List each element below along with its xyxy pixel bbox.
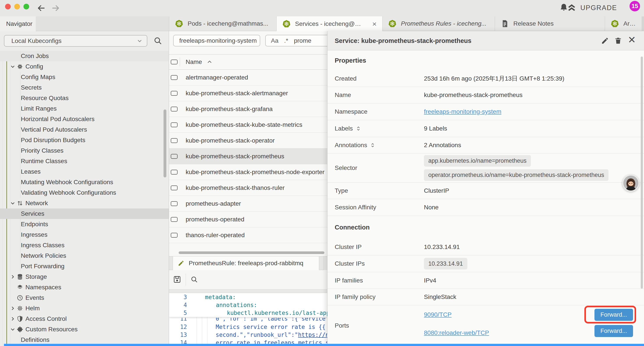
forward-button[interactable]: Forward...	[594, 325, 633, 337]
avatar[interactable]	[622, 175, 640, 192]
editor-tab-prometheusrule[interactable]: PrometheusRule: freeleaps-prod-rabbitmq	[173, 256, 319, 270]
upgrade-button[interactable]: UPGRADE	[567, 3, 617, 13]
sidebar-item-network-policies[interactable]: Network Policies	[0, 251, 169, 261]
table-row[interactable]: kube-prometheus-stack-alertmanager	[169, 85, 327, 101]
sidebar-item-events[interactable]: Events	[0, 293, 169, 303]
sidebar-item-cron-jobs[interactable]: Cron Jobs	[0, 51, 169, 61]
kubeconfig-dropdown[interactable]: Local Kubeconfigs	[4, 35, 147, 47]
tab-release-notes[interactable]: Release Notes	[495, 16, 605, 31]
sidebar-item-port-forwarding[interactable]: Port Forwarding	[0, 261, 169, 272]
tab-prometheus-rules-icecheng[interactable]: Prometheus Rules - icecheng...	[382, 16, 495, 31]
row-checkbox[interactable]	[171, 122, 178, 127]
sidebar-item-horizontal-pod-autoscalers[interactable]: Horizontal Pod Autoscalers	[0, 114, 169, 124]
close-icon[interactable]: ✕	[628, 36, 636, 44]
window-zoom-button[interactable]	[24, 4, 29, 9]
table-row[interactable]: prometheus-adapter	[169, 196, 327, 212]
sidebar-scrollbar[interactable]	[164, 109, 166, 177]
sidebar-item-leases[interactable]: Leases	[0, 166, 169, 177]
sidebar-item-network[interactable]: Network	[0, 198, 169, 209]
table-row[interactable]: kube-prometheus-stack-prometheus-node-ex…	[169, 164, 327, 180]
sidebar-item-config[interactable]: Config	[0, 61, 169, 72]
name-column-header[interactable]: Name	[186, 58, 202, 65]
code-link[interactable]: https://net	[298, 332, 327, 338]
sidebar-item-resource-quotas[interactable]: Resource Quotas	[0, 93, 169, 103]
tab-services-icecheng-math[interactable]: Services - icecheng@math...×	[276, 16, 382, 31]
sidebar-item-ingresses[interactable]: Ingresses	[0, 230, 169, 240]
service-search-input[interactable]: Aa .* prome	[265, 35, 327, 46]
table-row[interactable]: thanos-ruler-operated	[169, 227, 327, 243]
row-checkbox[interactable]	[171, 138, 178, 143]
tree-indent-guide	[20, 166, 20, 177]
value-chip[interactable]: operator.prometheus.io/name=kube-prometh…	[424, 169, 608, 181]
port-link[interactable]: 9090/TCP	[424, 311, 452, 318]
tab-pods-icecheng-mathmas[interactable]: Pods - icecheng@mathmas...	[169, 16, 276, 31]
sidebar-item-namespaces[interactable]: Namespaces	[0, 282, 169, 293]
row-checkbox[interactable]	[171, 170, 178, 175]
row-checkbox[interactable]	[171, 107, 178, 111]
value-chip[interactable]: 10.233.14.91	[424, 258, 467, 270]
sidebar-item-config-maps[interactable]: Config Maps	[0, 72, 169, 82]
regex-toggle[interactable]: .*	[284, 37, 288, 44]
row-checkbox[interactable]	[171, 75, 178, 80]
row-checkbox[interactable]	[171, 91, 178, 96]
sidebar-item-services[interactable]: Services	[0, 209, 169, 219]
sidebar-item-helm[interactable]: Helm	[0, 303, 169, 314]
value-chip[interactable]: app.kubernetes.io/name=prometheus	[424, 155, 531, 167]
port-link[interactable]: 8080:reloader-web/TCP	[424, 329, 489, 336]
yaml-editor[interactable]: 110","for":"1m","labels":{"service":"12M…	[169, 293, 327, 346]
detail-scrollbar[interactable]	[641, 56, 643, 289]
sort-ascending-icon[interactable]	[207, 59, 212, 65]
tab-navigator[interactable]: Navigator	[0, 16, 36, 31]
select-all-checkbox[interactable]	[171, 59, 178, 64]
namespace-filter-dropdown[interactable]: freeleaps-monitoring-system	[173, 35, 260, 46]
row-checkbox[interactable]	[171, 185, 178, 190]
row-checkbox[interactable]	[171, 154, 178, 159]
table-row[interactable]: kube-prometheus-stack-kube-state-metrics	[169, 117, 327, 133]
row-checkbox[interactable]	[171, 233, 178, 238]
sidebar-item-custom-resources[interactable]: Custom Resources	[0, 324, 169, 335]
window-minimize-button[interactable]	[14, 4, 20, 9]
row-checkbox[interactable]	[171, 201, 178, 206]
back-arrow-icon[interactable]	[37, 3, 46, 13]
table-row[interactable]: kube-prometheus-stack-thanos-ruler	[169, 180, 327, 196]
sidebar-item-priority-classes[interactable]: Priority Classes	[0, 145, 169, 156]
sidebar-item-mutating-webhook-configurations[interactable]: Mutating Webhook Configurations	[0, 177, 169, 187]
gear-icon	[17, 63, 23, 70]
row-checkbox[interactable]	[171, 217, 178, 222]
match-case-toggle[interactable]: Aa	[271, 37, 278, 44]
trash-icon[interactable]	[614, 37, 622, 45]
sidebar-item-access-control[interactable]: Access Control	[0, 314, 169, 324]
sidebar-item-definitions[interactable]: Definitions	[0, 335, 169, 345]
sidebar-item-limit-ranges[interactable]: Limit Ranges	[0, 103, 169, 114]
sidebar-item-endpoints[interactable]: Endpoints	[0, 219, 169, 230]
horizontal-scrollbar[interactable]	[179, 251, 324, 254]
sidebar-item-vertical-pod-autoscalers[interactable]: Vertical Pod Autoscalers	[0, 124, 169, 135]
edit-pencil-icon[interactable]	[601, 37, 609, 45]
table-row[interactable]: kube-prometheus-stack-grafana	[169, 101, 327, 117]
collapsed-panel-strip[interactable]	[169, 289, 327, 293]
tree-indent-guide	[20, 261, 20, 272]
sidebar-item-validating-webhook-configurations[interactable]: Validating Webhook Configurations	[0, 187, 169, 198]
sidebar-item-storage[interactable]: Storage	[0, 272, 169, 282]
tab-close-icon[interactable]: ×	[372, 20, 376, 27]
editor-tab-partial[interactable]	[324, 256, 327, 270]
sidebar-item-runtime-classes[interactable]: Runtime Classes	[0, 156, 169, 166]
search-icon[interactable]	[190, 276, 198, 283]
sidebar-item-label: Runtime Classes	[21, 158, 67, 165]
forward-arrow-icon[interactable]	[51, 3, 60, 13]
notification-count-badge[interactable]: 15	[630, 1, 640, 11]
sidebar-item-secrets[interactable]: Secrets	[0, 82, 169, 93]
shield-icon	[17, 316, 23, 322]
save-icon[interactable]	[173, 275, 181, 284]
search-icon[interactable]	[154, 36, 162, 45]
window-close-button[interactable]	[5, 4, 11, 9]
sidebar-item-pod-disruption-budgets[interactable]: Pod Disruption Budgets	[0, 135, 169, 145]
table-row[interactable]: kube-prometheus-stack-prometheus	[169, 148, 327, 164]
service-detail-panel: Service: kube-prometheus-stack-prometheu…	[327, 31, 644, 346]
property-value-link[interactable]: freeleaps-monitoring-system	[424, 108, 501, 115]
table-row[interactable]: alertmanager-operated	[169, 70, 327, 85]
sidebar-item-ingress-classes[interactable]: Ingress Classes	[0, 240, 169, 251]
tab-argo-se[interactable]: Argo Se	[605, 16, 642, 31]
table-row[interactable]: kube-prometheus-stack-operator	[169, 133, 327, 148]
table-row[interactable]: prometheus-operated	[169, 212, 327, 227]
